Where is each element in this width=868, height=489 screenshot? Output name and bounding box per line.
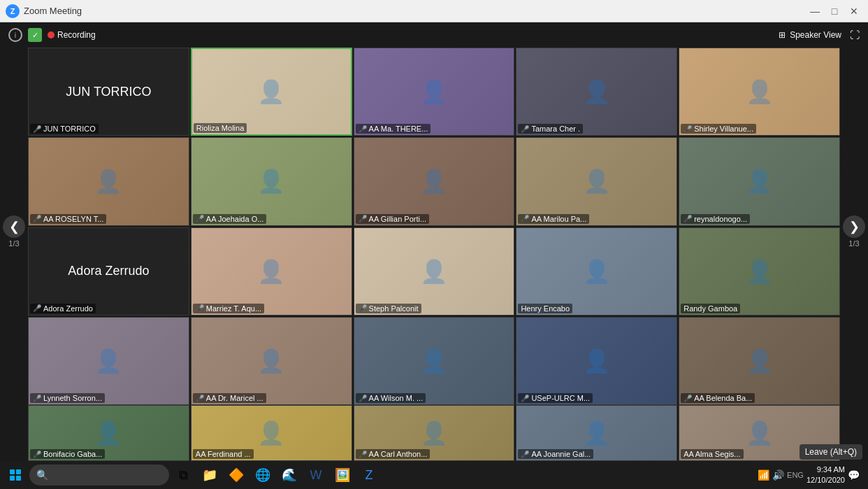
name-label-steph: 🎤 Steph Palconit [356, 304, 421, 313]
mute-icon: 🎤 [683, 395, 692, 402]
notifications-icon[interactable]: 💬 [848, 469, 860, 481]
word-button[interactable]: W [303, 462, 328, 488]
file-explorer-button[interactable]: 📁 [197, 462, 222, 488]
mute-icon: 🎤 [196, 395, 204, 402]
nav-next-button[interactable]: ❯ [843, 215, 865, 238]
fullscreen-button[interactable]: ⛶ [850, 29, 860, 41]
video-feed-belenda: 👤 [679, 318, 839, 404]
title-bar: Z Zoom Meeting — □ ✕ [0, 0, 868, 22]
name-label-roselyn: 🎤 AA ROSELYN T... [30, 214, 106, 224]
close-button[interactable]: ✕ [846, 4, 862, 18]
mute-icon: 🎤 [196, 215, 204, 222]
participant-cell-reynaldo: 👤 🎤 reynaldonogo... [679, 137, 840, 225]
mute-icon: 🎤 [521, 215, 529, 222]
name-label-marilou: 🎤 AA Marilou Pa... [518, 214, 589, 224]
window-controls: — □ ✕ [806, 4, 862, 18]
search-icon: 🔍 [36, 469, 48, 481]
mute-icon: 🎤 [196, 304, 204, 312]
participant-cell-theresa: 👤 🎤 AA Ma. THERE... [354, 48, 515, 136]
video-feed-marilou: 👤 [516, 138, 677, 225]
mute-icon: 🎤 [359, 125, 367, 133]
video-feed-reynaldo: 👤 [679, 138, 839, 225]
maximize-button[interactable]: □ [826, 4, 843, 18]
speaker-view-button[interactable]: ⊞ Speaker View [779, 30, 841, 40]
edge-icon: 🌊 [282, 467, 297, 483]
mute-icon: 🎤 [33, 125, 41, 133]
name-label-theresa: 🎤 AA Ma. THERE... [356, 124, 431, 134]
title-bar-left: Z Zoom Meeting [6, 4, 82, 18]
zoom-topbar: i ✓ Recording ⊞ Speaker View ⛶ [0, 22, 868, 48]
windows-taskbar: 🔍 ⧉ 📁 🔶 🌐 🌊 W 🖼️ Z 📶 🔊 ENG 9:34 AM 12/10… [0, 461, 868, 489]
participant-cell-lynneth: 👤 🎤 Lynneth Sorron... [28, 317, 189, 405]
mute-icon: 🎤 [359, 395, 367, 402]
participant-cell-steph: 👤 🎤 Steph Palconit [354, 227, 515, 316]
mute-icon: 🎤 [359, 304, 367, 312]
mute-icon: 🎤 [683, 215, 692, 222]
zoom-taskbar-button[interactable]: Z [356, 462, 382, 488]
participant-cell-adora: Adora Zerrudo 🎤 Adora Zerrudo [28, 227, 189, 316]
video-feed-henry: 👤 [516, 228, 677, 315]
video-feed-steph: 👤 [354, 228, 514, 315]
video-feed-gillian: 👤 [354, 138, 514, 225]
participant-cell-randy: 👤 Randy Gamboa [679, 227, 840, 316]
language-indicator[interactable]: ENG [787, 471, 804, 479]
name-label-henry: Henry Encabo [518, 304, 572, 313]
name-label-bonifacio: 🎤 Bonifacio Gaba... [30, 449, 105, 459]
security-shield-icon: ✓ [28, 28, 42, 42]
video-feed-randy: 👤 [679, 228, 839, 315]
nav-page-left: 1/3 [3, 239, 25, 248]
nav-prev-button[interactable]: ❮ [3, 215, 25, 238]
mute-icon: 🎤 [33, 451, 41, 458]
mute-icon: 🎤 [33, 304, 41, 312]
mute-icon: 🎤 [521, 395, 529, 402]
date-display: 12/10/2020 [806, 475, 845, 486]
participant-cell-tamara: 👤 🎤 Tamara Cher . [516, 48, 677, 136]
mute-icon: 🎤 [521, 125, 529, 133]
name-label-shirley: 🎤 Shirley Villanue... [681, 124, 756, 134]
photos-button[interactable]: 🖼️ [330, 462, 355, 488]
system-clock: 9:34 AM 12/10/2020 [806, 465, 845, 486]
video-grid: JUN TORRICO 🎤 JUN TORRICO 👤 Rioliza Moli… [28, 48, 840, 405]
network-icon[interactable]: 📶 [758, 469, 769, 481]
participant-cell-henry: 👤 Henry Encabo [516, 227, 677, 316]
start-button[interactable] [3, 462, 28, 488]
taskbar-search[interactable]: 🔍 [29, 465, 169, 486]
mute-icon: 🎤 [33, 395, 41, 402]
windows-logo [10, 469, 21, 481]
video-area: ❮ 1/3 JUN TORRICO 🎤 JUN TORRICO 👤 Rioliz… [0, 48, 868, 405]
video-feed-joehaida: 👤 [191, 138, 352, 225]
zoom-main: i ✓ Recording ⊞ Speaker View ⛶ ❮ 1/3 JUN… [0, 22, 868, 461]
name-label-reynaldo: 🎤 reynaldonogo... [681, 214, 750, 224]
volume-icon[interactable]: 🔊 [772, 469, 784, 481]
name-label-marriez: 🎤 Marriez T. Aqu... [193, 304, 264, 313]
mute-icon: 🎤 [33, 215, 41, 222]
chrome-button[interactable]: 🌐 [250, 462, 275, 488]
name-label-joehaida: 🎤 AA Joehaida O... [193, 214, 267, 224]
video-feed-tamara: 👤 [516, 48, 677, 135]
speaker-view-label: Speaker View [790, 30, 841, 40]
participant-cell-joannie: 👤 🎤 AA Joannie Gal... [516, 405, 677, 461]
system-tray: 📶 🔊 ENG 9:34 AM 12/10/2020 💬 [752, 465, 865, 486]
participant-cell-marilou: 👤 🎤 AA Marilou Pa... [516, 137, 677, 225]
name-label-carl: 🎤 AA Carl Anthon... [356, 449, 431, 459]
participant-name-big-adora: Adora Zerrudo [68, 264, 149, 278]
video-feed-theresa: 👤 [354, 48, 514, 135]
recording-dot [48, 31, 55, 38]
participant-cell-rioliza: 👤 Rioliza Molina [191, 48, 352, 136]
vlc-button[interactable]: 🔶 [224, 462, 249, 488]
recording-indicator: Recording [48, 30, 96, 40]
leave-tooltip: Leave (Alt+Q) [800, 444, 862, 460]
participant-cell-marriez: 👤 🎤 Marriez T. Aqu... [191, 227, 352, 316]
task-view-icon: ⧉ [179, 468, 188, 483]
edge-button[interactable]: 🌊 [277, 462, 302, 488]
name-label-joannie: 🎤 AA Joannie Gal... [518, 449, 593, 459]
name-label-lynneth: 🎤 Lynneth Sorron... [30, 393, 105, 403]
chrome-icon: 🌐 [255, 467, 270, 483]
participant-cell-gillian: 👤 🎤 AA Gillian Porti... [354, 137, 515, 225]
nav-page-right: 1/3 [843, 239, 865, 248]
info-button[interactable]: i [8, 28, 22, 42]
name-label-belenda: 🎤 AA Belenda Ba... [681, 393, 755, 403]
minimize-button[interactable]: — [806, 4, 823, 18]
topbar-left: i ✓ Recording [8, 28, 96, 42]
task-view-button[interactable]: ⧉ [171, 462, 196, 488]
